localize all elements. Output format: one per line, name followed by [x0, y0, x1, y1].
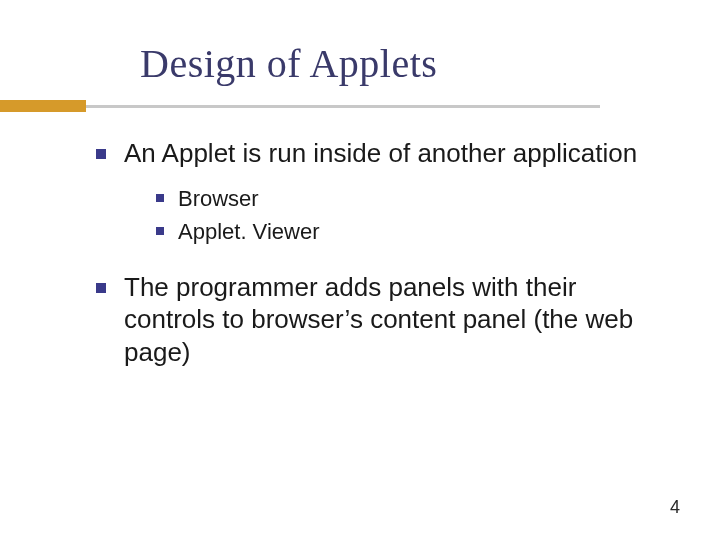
rule-gray: [0, 105, 600, 108]
bullet-item: An Applet is run inside of another appli…: [90, 137, 640, 247]
sub-bullet-item: Applet. Viewer: [152, 217, 640, 247]
title-wrap: Design of Applets: [140, 40, 660, 87]
bullet-item: The programmer adds panels with their co…: [90, 271, 640, 369]
sub-bullet-item: Browser: [152, 184, 640, 214]
rule-accent: [0, 100, 86, 112]
sub-bullet-list: Browser Applet. Viewer: [152, 184, 640, 247]
slide: Design of Applets An Applet is run insid…: [0, 0, 720, 540]
bullet-text: An Applet is run inside of another appli…: [124, 138, 637, 168]
sub-bullet-text: Applet. Viewer: [178, 219, 319, 244]
bullet-list: An Applet is run inside of another appli…: [90, 137, 640, 368]
slide-content: An Applet is run inside of another appli…: [90, 137, 640, 368]
slide-title: Design of Applets: [140, 40, 660, 87]
sub-bullet-text: Browser: [178, 186, 259, 211]
page-number: 4: [670, 497, 680, 518]
bullet-text: The programmer adds panels with their co…: [124, 272, 633, 367]
